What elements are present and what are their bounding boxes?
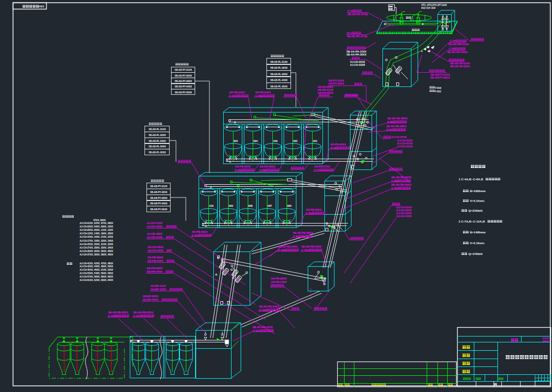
svg-text:Q=1700t/h: Q=1700t/h: [468, 252, 483, 255]
svg-text:V=3.15m/s: V=3.15m/s: [470, 199, 485, 202]
svg-text:1 C-4A,B~C-6A,B: 1 C-4A,B~C-6A,B: [459, 177, 484, 181]
svg-text:AJ-CH-0228: AJ-CH-0228: [350, 63, 365, 66]
svg-text:C-6B: C-6B: [306, 212, 312, 215]
svg-text:T-5X2: T-5X2: [435, 90, 441, 93]
svg-text:AJ-CH-29XX, 30XX, 35XX, 36XX: AJ-CH-29XX, 30XX, 35XX, 36XX: [80, 250, 114, 252]
svg-text:C-6A: C-6A: [192, 234, 198, 237]
svg-text:5B-AD-PG-3T1B: 5B-AD-PG-3T1B: [347, 35, 367, 38]
svg-text:AD-BP-04XX: AD-BP-04XX: [143, 298, 158, 301]
svg-text:-A01: -A01: [38, 5, 45, 8]
svg-text:C-9A: C-9A: [391, 187, 398, 190]
svg-text:D-5B: D-5B: [330, 146, 337, 149]
svg-text:AD-PD-02XX: AD-PD-02XX: [318, 91, 333, 94]
svg-text:AD-PB-04XX: AD-PB-04XX: [147, 259, 163, 262]
svg-text:AJ-CH-54XX: AJ-CH-54XX: [396, 215, 412, 218]
svg-text:AJ-CH-51XX: AJ-CH-51XX: [397, 145, 413, 148]
svg-text:T-5XX: T-5XX: [435, 86, 442, 89]
svg-text:AJ-CH-13XX, 14XX, 19XX, 20XX: AJ-CH-13XX, 14XX, 19XX, 20XX: [80, 232, 114, 235]
svg-text:5B-AD-PB-05XX: 5B-AD-PB-05XX: [133, 311, 153, 314]
svg-text:5B-AD-PL-04XX: 5B-AD-PL-04XX: [149, 145, 167, 148]
svg-text:5B-AD-PB-04XX: 5B-AD-PB-04XX: [301, 245, 321, 248]
svg-text:AD-PB-05XX: AD-PB-05XX: [260, 165, 275, 168]
svg-text:004: 004: [254, 140, 258, 142]
svg-text:5B-AB-PY-02XX: 5B-AB-PY-02XX: [150, 191, 168, 194]
svg-text:B-1A: B-1A: [347, 31, 353, 34]
svg-text:5B-AD-PB-04XX: 5B-AD-PB-04XX: [259, 305, 279, 308]
svg-text:5B-AD-PL-03XX: 5B-AD-PL-03XX: [270, 73, 288, 76]
svg-text:AJ-CH-45XX, 46XX, 51XX, 52XX: AJ-CH-45XX, 46XX, 51XX, 52XX: [80, 269, 114, 271]
svg-text:AD-PD-05XX: AD-PD-05XX: [318, 85, 333, 88]
svg-text:AJ-CH-05XX, 06XX, 11XX, 12XX: AJ-CH-05XX, 06XX, 11XX, 12XX: [80, 229, 114, 231]
svg-text:AJ-CH-43XX, 44XX, 49XX, 50XX: AJ-CH-43XX, 44XX, 49XX, 50XX: [80, 265, 114, 268]
svg-text:AB-PM-04XX: AB-PM-04XX: [146, 270, 163, 273]
svg-text:5B-AD-PB-08XX: 5B-AD-PB-08XX: [386, 125, 407, 128]
svg-text:AJ-CH-11XX: AJ-CH-11XX: [147, 222, 163, 224]
svg-text:AD-PB-14XX: AD-PB-14XX: [271, 280, 287, 283]
svg-text:AB-PU-30XX: AB-PU-30XX: [328, 82, 344, 85]
svg-text:AD-PB-04XX: AD-PB-04XX: [255, 91, 271, 94]
svg-text:AJ-CH-53XX, 54XX, 55XX, 56XX: AJ-CH-53XX, 54XX, 55XX, 56XX: [80, 272, 114, 275]
svg-text:C-15A: C-15A: [301, 249, 309, 252]
svg-text:005: 005: [233, 140, 238, 142]
svg-text:010: 010: [209, 204, 214, 207]
svg-text:C-41B: C-41B: [259, 308, 267, 311]
svg-text:001: 001: [313, 140, 318, 142]
svg-text:5B-AD-PM-01XX: 5B-AD-PM-01XX: [448, 43, 469, 46]
svg-text:C-9B: C-9B: [391, 179, 398, 182]
svg-text:5B-AD-PB-09XX: 5B-AD-PB-09XX: [391, 176, 411, 179]
svg-text:AJ-CH-37XX, 38XX, 39XX, 40XX: AJ-CH-37XX, 38XX, 39XX, 40XX: [80, 253, 114, 256]
svg-text:5B-AD-PB-09XX: 5B-AD-PB-09XX: [391, 183, 411, 186]
svg-text:AJ-CH-12XX: AJ-CH-12XX: [147, 225, 163, 228]
svg-text:6B-AD/TT-02XX: 6B-AD/TT-02XX: [431, 76, 450, 79]
svg-text:C-4B: C-4B: [255, 94, 261, 97]
svg-text:5B-AD-PB-05XX: 5B-AD-PB-05XX: [108, 311, 128, 314]
svg-text:AD-PB-07XX: AD-PB-07XX: [314, 165, 330, 168]
svg-text:AJ-CH-07XX: AJ-CH-07XX: [391, 136, 407, 139]
svg-text:AJ-CH-57XX, 58XX, 59XX, 60XX: AJ-CH-57XX, 58XX, 59XX, 60XX: [80, 276, 114, 278]
svg-text:AD-PB-04XX: AD-PB-04XX: [229, 91, 245, 94]
svg-text:C-7A: C-7A: [314, 168, 320, 171]
svg-text:C-1B: C-1B: [348, 9, 354, 12]
svg-text:5B-AB-PY-04XX: 5B-AB-PY-04XX: [150, 202, 168, 205]
svg-text:009: 009: [229, 204, 233, 207]
svg-text:C-2B: C-2B: [449, 47, 455, 50]
svg-text:007: 007: [268, 204, 272, 207]
svg-text:V=2.16m/s: V=2.16m/s: [470, 242, 485, 245]
svg-text:5B-AD-PB-08XX: 5B-AD-PB-08XX: [293, 231, 313, 234]
svg-text:D-8B: D-8B: [387, 120, 394, 123]
svg-text:AD-BP-11XX: AD-BP-11XX: [150, 284, 166, 287]
svg-text:AD-BP-12XX: AD-BP-12XX: [150, 288, 166, 291]
svg-text:5B-AB-PY-03XX: 5B-AB-PY-03XX: [150, 197, 168, 199]
svg-text:5B-AD-PL-02XX: 5B-AD-PL-02XX: [270, 67, 288, 69]
svg-text:C-2A: C-2A: [450, 39, 456, 42]
svg-text:AD-PB-06XX: AD-PB-06XX: [306, 208, 321, 211]
svg-text:2 C-7A,B~C-12A,B: 2 C-7A,B~C-12A,B: [459, 220, 485, 223]
svg-text:C-15B: C-15B: [108, 314, 116, 317]
svg-text:5B-AD-PL-03XX: 5B-AD-PL-03XX: [149, 140, 167, 142]
svg-text:C-5A: C-5A: [235, 168, 241, 171]
svg-text:AD-PB-05XX: AD-PB-05XX: [235, 165, 251, 168]
svg-text:5B-AD-PL-02XX: 5B-AD-PL-02XX: [149, 134, 167, 137]
svg-text:C-4A: C-4A: [229, 94, 235, 97]
svg-text:AD-PB-08XX: AD-PB-08XX: [271, 277, 287, 280]
svg-text:5B-AD-PY-02XX: 5B-AD-PY-02XX: [175, 75, 193, 77]
svg-text:AJ-CH-25XX, 26XX, 31XX, 32XX: AJ-CH-25XX, 26XX, 31XX, 32XX: [80, 243, 114, 246]
svg-text:006: 006: [287, 204, 291, 207]
svg-text:5B-AD-PY-05XX: 5B-AD-PY-05XX: [175, 91, 193, 94]
svg-text:5B-AB-PY-01XX: 5B-AB-PY-01XX: [150, 185, 168, 188]
svg-text:912 314 316: 912 314 316: [421, 6, 436, 9]
svg-text:AJ-CH-61XX, 62XX, 63XX, 64XX: AJ-CH-61XX, 62XX, 63XX, 64XX: [80, 279, 114, 281]
svg-text:AJ-CH-01XX, 02XX, 07XX, 08XX: AJ-CH-01XX, 02XX, 07XX, 08XX: [80, 222, 114, 224]
svg-text:C-15A: C-15A: [133, 314, 141, 317]
svg-text:AB-PM-09XX: AB-PM-09XX: [146, 267, 163, 270]
svg-text:AJ-CB-41XX: AJ-CB-41XX: [147, 236, 163, 239]
svg-text:5B-AD-PG-3T2B: 5B-AD-PG-3T2B: [348, 13, 368, 16]
svg-text:008: 008: [248, 204, 253, 207]
svg-text:B=1600mm: B=1600mm: [470, 190, 486, 193]
svg-text:003: 003: [273, 140, 278, 142]
svg-text:B=1400mm: B=1400mm: [470, 231, 486, 234]
svg-text:R: R: [494, 382, 497, 387]
svg-text:D-10B: D-10B: [278, 249, 286, 252]
svg-text:C-51A: C-51A: [253, 329, 261, 332]
svg-text:AD-CD-04XX: AD-CD-04XX: [147, 249, 164, 252]
